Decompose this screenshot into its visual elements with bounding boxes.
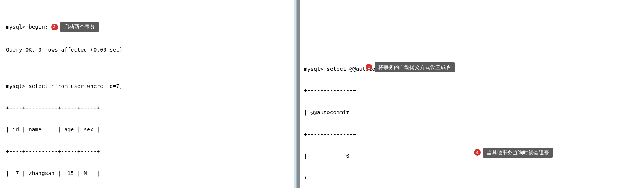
cmd-autocommit: mysql> select @@autocommit; — [304, 66, 638, 73]
table-border: +--------------+ — [304, 131, 638, 138]
line-begin: mysql> begin; 2 启动两个事务 — [6, 22, 288, 32]
badge-1: 1 — [366, 64, 372, 70]
table-border: +----+----------+-----+-----+ — [6, 105, 288, 112]
table-border: +--------------+ — [304, 87, 638, 95]
table-border: +----+----------+-----+-----+ — [6, 148, 288, 155]
table-border: +--------------+ — [304, 174, 638, 182]
callout-1: 将事务的自动提交方式设置成否 — [375, 62, 455, 72]
table-header: | @@autocommit | — [304, 109, 638, 116]
annotation-4: 4 当其他事务查询时就会阻塞 — [471, 148, 553, 158]
table-row: | 7 | zhangsan | 15 | M | — [6, 170, 288, 177]
cmd-begin: mysql> begin; — [6, 23, 48, 31]
annotation-1: 1 将事务的自动提交方式设置成否 — [363, 62, 455, 72]
badge-4: 4 — [474, 149, 481, 156]
left-terminal-pane: mysql> begin; 2 启动两个事务 Query OK, 0 rows … — [0, 0, 294, 188]
badge-2: 2 — [51, 24, 58, 30]
callout-4: 当其他事务查询时就会阻塞 — [483, 148, 553, 158]
divider-handle[interactable] — [297, 0, 300, 188]
cmd-select-1: mysql> select *from user where id=7; — [6, 83, 288, 90]
pane-divider[interactable] — [294, 0, 300, 188]
query-ok-1: Query OK, 0 rows affected (0.00 sec) — [6, 46, 288, 54]
table-header: | id | name | age | sex | — [6, 126, 288, 133]
right-terminal-pane: mysql> select @@autocommit; +-----------… — [300, 0, 644, 188]
callout-2: 启动两个事务 — [60, 22, 99, 32]
